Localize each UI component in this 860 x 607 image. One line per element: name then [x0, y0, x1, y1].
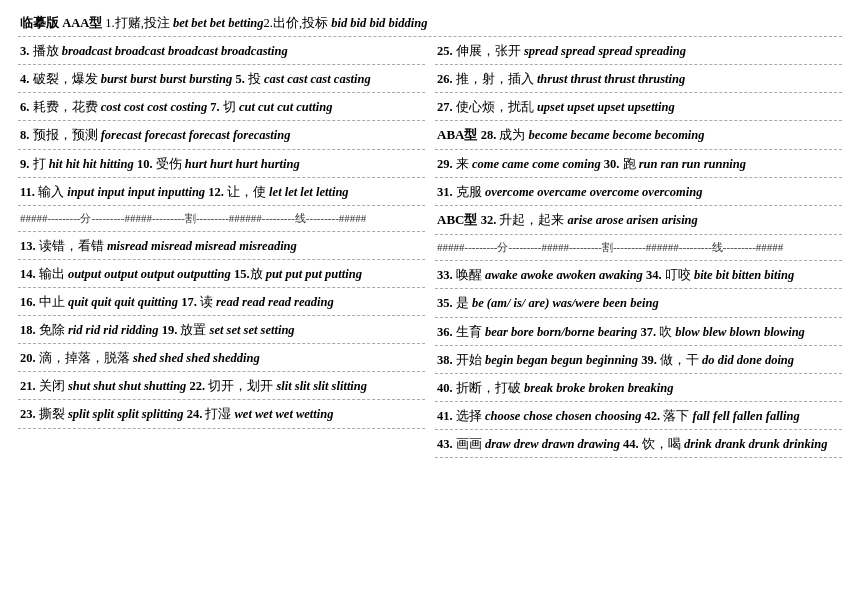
- list-item: 18. 免除 rid rid rid ridding 19. 放置 set se…: [18, 316, 425, 344]
- list-item: 13. 读错，看错 misread misread misread misrea…: [18, 232, 425, 260]
- list-item: 25. 伸展，张开 spread spread spread spreading: [435, 37, 842, 65]
- list-item: 41. 选择 choose chose chosen choosing 42. …: [435, 402, 842, 430]
- list-item: 36. 生育 bear bore born/borne bearing 37. …: [435, 318, 842, 346]
- list-item: 33. 唤醒 awake awoke awoken awaking 34. 叮咬…: [435, 261, 842, 289]
- list-item: 38. 开始 begin began begun beginning 39. 做…: [435, 346, 842, 374]
- list-item: 27. 使心烦，扰乱 upset upset upset upsetting: [435, 93, 842, 121]
- right-column: 25. 伸展，张开 spread spread spread spreading…: [435, 37, 842, 458]
- page-container: 临摹版 AAA型 1.打赌,投注 bet bet bet betting2.出价…: [18, 10, 842, 458]
- list-item: 16. 中止 quit quit quit quitting 17. 读 rea…: [18, 288, 425, 316]
- list-item: 31. 克服 overcome overcame overcome overco…: [435, 178, 842, 206]
- list-item: 9. 打 hit hit hit hitting 10. 受伤 hurt hur…: [18, 150, 425, 178]
- list-item: 20. 滴，掉落，脱落 shed shed shed shedding: [18, 344, 425, 372]
- list-item: ABC型 32. 升起，起来 arise arose arisen arisin…: [435, 206, 842, 235]
- left-column: 3. 播放 broadcast broadcast broadcast broa…: [18, 37, 425, 458]
- list-item: 29. 来 come came come coming 30. 跑 run ra…: [435, 150, 842, 178]
- list-item: 21. 关闭 shut shut shut shutting 22. 切开，划开…: [18, 372, 425, 400]
- header-row: 临摹版 AAA型 1.打赌,投注 bet bet bet betting2.出价…: [18, 10, 842, 37]
- list-item: 23. 撕裂 split split split splitting 24. 打…: [18, 400, 425, 428]
- list-item: 3. 播放 broadcast broadcast broadcast broa…: [18, 37, 425, 65]
- header-item2-en: bid bid bid bidding: [331, 16, 427, 30]
- header-item1-en: bet bet bet betting: [173, 16, 264, 30]
- header-label-bold: 临摹版 AAA型: [20, 16, 105, 30]
- list-item: 14. 输出 output output output outputting 1…: [18, 260, 425, 288]
- divider-left: #####---------分---------#####---------割-…: [18, 206, 425, 232]
- list-item: 40. 折断，打破 break broke broken breaking: [435, 374, 842, 402]
- list-item: 4. 破裂，爆发 burst burst burst bursting 5. 投…: [18, 65, 425, 93]
- main-content: 3. 播放 broadcast broadcast broadcast broa…: [18, 37, 842, 458]
- header-item1-zh: 1.打赌,投注: [105, 16, 173, 30]
- list-item: 6. 耗费，花费 cost cost cost costing 7. 切 cut…: [18, 93, 425, 121]
- list-item: ABA型 28. 成为 become became become becomin…: [435, 121, 842, 150]
- list-item: 8. 预报，预测 forecast forecast forecast fore…: [18, 121, 425, 149]
- list-item: 35. 是 be (am/ is/ are) was/were been bei…: [435, 289, 842, 317]
- header-item2-zh: 2.出价,投标: [264, 16, 332, 30]
- divider-right: #####---------分---------#####---------割-…: [435, 235, 842, 261]
- list-item: 43. 画画 draw drew drawn drawing 44. 饮，喝 d…: [435, 430, 842, 458]
- list-item: 11. 输入 input input input inputting 12. 让…: [18, 178, 425, 206]
- list-item: 26. 推，射，插入 thrust thrust thrust thrustin…: [435, 65, 842, 93]
